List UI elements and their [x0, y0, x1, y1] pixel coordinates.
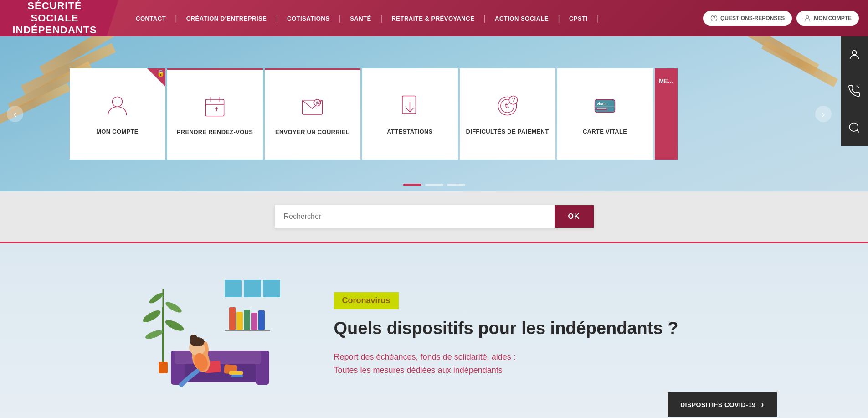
- svg-point-41: [144, 329, 163, 341]
- covid-cta-button[interactable]: DISPOSITIFS COVID-19 ›: [668, 392, 777, 417]
- carousel-next-button[interactable]: ›: [815, 106, 832, 122]
- vitale-card-icon: Vitale: [591, 93, 619, 120]
- person-icon: [804, 15, 811, 22]
- svg-point-43: [148, 291, 164, 305]
- carousel-label-attestations: ATTESTATIONS: [387, 128, 432, 136]
- svg-rect-33: [251, 313, 257, 330]
- sidebar-person-button[interactable]: [841, 36, 868, 73]
- svg-text:@: @: [316, 100, 321, 105]
- search-button[interactable]: OK: [555, 205, 594, 228]
- nav-item-sante[interactable]: SANTÉ: [342, 15, 380, 22]
- question-circle-icon: [710, 15, 718, 22]
- logo-block[interactable]: SÉCURITÉ SOCIALE INDÉPENDANTS: [0, 0, 118, 36]
- account-button[interactable]: MON COMPTE: [796, 11, 859, 26]
- carousel-label-courriel: ENVOYER UN COURRIEL: [275, 129, 349, 136]
- nav-sep-2: |: [275, 14, 279, 23]
- svg-rect-36: [159, 362, 168, 373]
- svg-rect-28: [244, 280, 261, 297]
- nav-list: CONTACT | CRÉATION D'ENTREPRISE | COTISA…: [128, 14, 600, 23]
- carousel-item-rdv[interactable]: PRENDRE RENDEZ-VOUS: [167, 68, 263, 160]
- svg-point-55: [190, 335, 197, 342]
- nav-sep-3: |: [338, 14, 342, 23]
- svg-point-25: [850, 123, 858, 132]
- content-inner: Coronavirus Quels dispositifs pour les i…: [115, 271, 753, 398]
- nav-item-retraite[interactable]: RETRAITE & PRÉVOYANCE: [383, 15, 483, 22]
- carousel-label-vitale: CARTE VITALE: [583, 128, 627, 136]
- person-large-icon: [104, 93, 131, 120]
- carousel-label-mon-compte: MON COMPTE: [96, 128, 139, 136]
- content-description: Report des échéances, fonds de solidarit…: [334, 351, 735, 377]
- svg-point-40: [164, 318, 185, 333]
- svg-point-1: [714, 20, 714, 20]
- svg-rect-51: [231, 375, 243, 377]
- carousel-item-vitale[interactable]: Vitale CARTE VITALE: [557, 68, 653, 160]
- sidebar-phone-button[interactable]: [841, 73, 868, 109]
- svg-rect-30: [229, 307, 236, 330]
- content-desc-line2: Toutes les mesures dédiées aux indépenda…: [334, 366, 503, 375]
- nav-item-creation[interactable]: CRÉATION D'ENTREPRISE: [178, 15, 275, 22]
- carousel-item-attestations[interactable]: ATTESTATIONS: [362, 68, 458, 160]
- illustration-area: [134, 271, 307, 398]
- nav-sep-6: |: [557, 14, 561, 23]
- nav-item-contact[interactable]: CONTACT: [128, 15, 174, 22]
- content-desc-line1: Report des échéances, fonds de solidarit…: [334, 352, 516, 361]
- svg-point-39: [141, 308, 162, 325]
- svg-rect-34: [258, 310, 265, 330]
- svg-rect-29: [263, 280, 280, 297]
- calendar-icon: [201, 93, 229, 120]
- carousel-container: 🔒 MON COMPTE PRENDR: [70, 68, 799, 160]
- svg-rect-50: [229, 371, 243, 375]
- content-section: Coronavirus Quels dispositifs pour les i…: [0, 243, 868, 418]
- content-text: Coronavirus Quels dispositifs pour les i…: [334, 292, 735, 377]
- envelope-icon: @: [299, 93, 326, 120]
- search-section: OK: [0, 191, 868, 242]
- header-actions: QUESTIONS-RÉPONSES MON COMPTE: [703, 0, 868, 36]
- main-nav: CONTACT | CRÉATION D'ENTREPRISE | COTISA…: [118, 0, 703, 36]
- svg-rect-32: [244, 310, 250, 330]
- nav-sep-7: |: [596, 14, 600, 23]
- nav-sep-5: |: [483, 14, 487, 23]
- svg-point-24: [852, 51, 856, 55]
- carousel-item-mon-compte[interactable]: 🔒 MON COMPTE: [70, 68, 165, 160]
- nav-sep-4: |: [380, 14, 384, 23]
- svg-text:?: ?: [512, 96, 515, 103]
- svg-rect-27: [225, 280, 242, 297]
- nav-item-action[interactable]: ACTION SOCIALE: [487, 15, 557, 22]
- carousel-item-partial[interactable]: ME...: [655, 68, 678, 160]
- svg-line-26: [857, 130, 859, 132]
- dot-3[interactable]: [447, 184, 465, 186]
- search-input[interactable]: [275, 205, 555, 228]
- coin-question-icon: € ?: [494, 93, 521, 120]
- carousel-label-partial: ME...: [655, 68, 678, 84]
- svg-rect-31: [236, 312, 243, 330]
- svg-text:Vitale: Vitale: [596, 102, 606, 106]
- hero-section: ‹ 🔒 MON COMPTE: [0, 36, 868, 191]
- search-bar: OK: [275, 205, 594, 228]
- questions-button[interactable]: QUESTIONS-RÉPONSES: [703, 11, 792, 26]
- arrow-right-icon: ›: [761, 400, 765, 409]
- svg-point-42: [164, 300, 183, 315]
- download-doc-icon: [396, 93, 424, 120]
- carousel-item-paiement[interactable]: € ? DIFFICULTÉS DE PAIEMENT: [460, 68, 555, 160]
- dot-2[interactable]: [425, 184, 443, 186]
- carousel-dots: [403, 184, 465, 186]
- nav-item-cpsti[interactable]: CPSTI: [561, 15, 596, 22]
- content-title: Quels dispositifs pour les indépendants …: [334, 318, 735, 339]
- nav-item-cotisations[interactable]: COTISATIONS: [279, 15, 338, 22]
- illustration-svg: [134, 271, 307, 398]
- header: SÉCURITÉ SOCIALE INDÉPENDANTS CONTACT | …: [0, 0, 868, 36]
- covid-btn-label: DISPOSITIFS COVID-19: [680, 401, 756, 408]
- sidebar-search-button[interactable]: [841, 109, 868, 146]
- logo: SÉCURITÉ SOCIALE INDÉPENDANTS: [12, 0, 97, 36]
- sidebar-phone-icon: [848, 85, 861, 98]
- sidebar-search-icon: [848, 121, 861, 134]
- svg-rect-4: [205, 99, 224, 116]
- carousel-item-courriel[interactable]: @ ENVOYER UN COURRIEL: [265, 68, 360, 160]
- lock-icon: 🔒: [157, 69, 164, 77]
- sidebar-person-icon: [848, 48, 861, 61]
- svg-point-3: [113, 97, 123, 107]
- carousel-prev-button[interactable]: ‹: [7, 106, 23, 122]
- dot-1[interactable]: [403, 184, 421, 186]
- svg-point-2: [806, 16, 809, 18]
- coronavirus-badge: Coronavirus: [334, 292, 399, 309]
